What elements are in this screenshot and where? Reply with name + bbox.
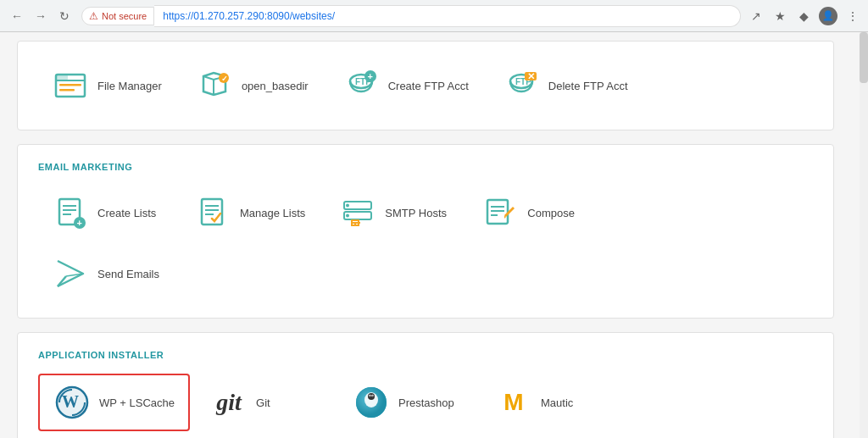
- svg-rect-1: [56, 75, 68, 80]
- delete-ftp-icon: FTP ✕: [503, 67, 540, 104]
- svg-point-29: [346, 214, 349, 218]
- warning-icon: ⚠: [89, 10, 98, 22]
- scrollbar-track[interactable]: [860, 32, 868, 438]
- email-marketing-grid-2: Send Emails: [38, 247, 813, 301]
- create-lists-item[interactable]: + Create Lists: [38, 186, 174, 240]
- git-logo-text: git: [216, 389, 242, 416]
- security-label: Not secure: [102, 11, 147, 21]
- create-ftp-icon: FTP +: [342, 67, 380, 104]
- application-installer-title: APPLICATION INSTALLER: [38, 350, 813, 360]
- manage-lists-icon: [194, 194, 231, 231]
- compose-label: Compose: [527, 207, 575, 219]
- mautic-item[interactable]: M Mautic: [481, 374, 617, 431]
- prestashop-item[interactable]: Prestashop: [339, 374, 475, 431]
- svg-text:+: +: [367, 71, 372, 81]
- manage-lists-item[interactable]: Manage Lists: [181, 186, 319, 240]
- create-lists-label: Create Lists: [97, 207, 156, 219]
- ftp-section: File Manager ✓ open_basedir: [17, 41, 834, 130]
- mautic-icon: M: [495, 384, 532, 421]
- wp-lscache-label: WP + LSCache: [99, 396, 175, 409]
- forward-button[interactable]: →: [31, 6, 51, 26]
- open-basedir-item[interactable]: ✓ open_basedir: [182, 58, 322, 113]
- nav-buttons: ← → ↻: [7, 6, 75, 26]
- send-emails-label: Send Emails: [97, 268, 159, 280]
- send-emails-icon: [52, 255, 89, 292]
- extensions-icon[interactable]: ◆: [795, 8, 812, 25]
- file-manager-item[interactable]: File Manager: [38, 58, 175, 113]
- security-badge: ⚠ Not secure: [81, 7, 154, 25]
- git-item[interactable]: git Git: [197, 374, 332, 431]
- wordpress-icon: W: [53, 384, 91, 421]
- svg-rect-4: [59, 89, 75, 91]
- ftp-items-grid: File Manager ✓ open_basedir: [38, 58, 813, 113]
- file-manager-icon: [52, 67, 89, 104]
- manage-lists-label: Manage Lists: [240, 207, 305, 219]
- bookmark-icon[interactable]: ★: [771, 8, 788, 25]
- browser-actions: ↗ ★ ◆ 👤 ⋮: [748, 7, 861, 25]
- delete-ftp-item[interactable]: FTP ✕ Delete FTP Acct: [489, 58, 642, 113]
- smtp-hosts-item[interactable]: SMTP Hosts: [326, 186, 461, 240]
- delete-ftp-label: Delete FTP Acct: [548, 80, 628, 92]
- svg-text:✓: ✓: [221, 75, 228, 83]
- svg-rect-3: [59, 84, 81, 86]
- svg-text:+: +: [77, 218, 82, 228]
- smtp-hosts-label: SMTP Hosts: [385, 207, 447, 219]
- smtp-hosts-icon: [339, 194, 376, 231]
- mautic-logo-text: M: [504, 389, 523, 416]
- svg-point-49: [372, 396, 373, 396]
- git-label: Git: [256, 396, 270, 409]
- svg-text:✕: ✕: [526, 71, 534, 81]
- send-emails-item[interactable]: Send Emails: [38, 247, 174, 301]
- svg-point-28: [346, 204, 349, 208]
- mautic-label: Mautic: [541, 396, 573, 409]
- application-installer-section: APPLICATION INSTALLER W WP + LSCache: [17, 332, 834, 438]
- email-marketing-section: EMAIL MARKETING + Create Lists: [17, 144, 834, 319]
- application-installer-grid: W WP + LSCache git Git: [38, 374, 813, 431]
- git-icon: git: [210, 384, 248, 421]
- prestashop-icon: [353, 384, 390, 421]
- url-text: https://01.270.257.290:8090/websites/: [163, 10, 335, 22]
- svg-text:W: W: [62, 392, 79, 411]
- profile-icon[interactable]: 👤: [819, 7, 837, 25]
- file-manager-label: File Manager: [97, 80, 162, 92]
- share-icon[interactable]: ↗: [748, 8, 765, 25]
- svg-rect-22: [202, 199, 222, 225]
- compose-item[interactable]: Compose: [468, 186, 604, 240]
- browser-chrome: ← → ↻ ⚠ Not secure https://01.270.257.29…: [0, 0, 868, 32]
- reload-button[interactable]: ↻: [54, 6, 75, 26]
- back-button[interactable]: ←: [7, 6, 27, 26]
- menu-icon[interactable]: ⋮: [844, 8, 861, 25]
- create-ftp-item[interactable]: FTP + Create FTP Acct: [329, 58, 482, 113]
- wp-lscache-item[interactable]: W WP + LSCache: [38, 374, 190, 431]
- svg-point-45: [368, 393, 375, 400]
- compose-icon: [481, 194, 519, 231]
- email-marketing-grid: + Create Lists: [38, 186, 813, 240]
- create-ftp-label: Create FTP Acct: [388, 80, 469, 92]
- address-bar[interactable]: https://01.270.257.290:8090/websites/: [154, 5, 741, 27]
- open-basedir-label: open_basedir: [242, 80, 309, 92]
- email-marketing-title: EMAIL MARKETING: [38, 162, 813, 172]
- prestashop-label: Prestashop: [398, 396, 454, 409]
- scrollbar-thumb[interactable]: [860, 32, 868, 83]
- page-content: File Manager ✓ open_basedir: [0, 32, 868, 438]
- open-basedir-icon: ✓: [196, 67, 233, 104]
- svg-point-48: [370, 396, 370, 396]
- create-lists-icon: +: [52, 194, 89, 231]
